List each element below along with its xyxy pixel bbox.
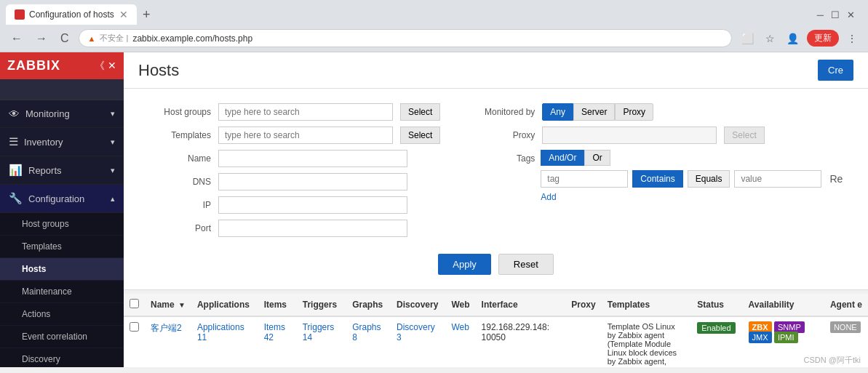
items-link[interactable]: Items 42 bbox=[264, 322, 285, 342]
screen-cast-btn[interactable]: ⬜ bbox=[738, 31, 757, 47]
filter-right: Monitored by Any Server Proxy Proxy Sele… bbox=[469, 103, 846, 243]
agent-none-badge: NONE bbox=[830, 321, 861, 333]
sidebar-item-monitoring[interactable]: 👁 Monitoring ▾ bbox=[0, 100, 124, 128]
monitored-by-row: Monitored by Any Server Proxy bbox=[469, 103, 846, 121]
new-tab-btn[interactable]: + bbox=[137, 7, 156, 23]
row-checkbox[interactable] bbox=[130, 322, 139, 332]
table-section: Name ▼ Applications Items Triggers Graph… bbox=[124, 294, 868, 367]
tag-andor-btn[interactable]: And/Or bbox=[541, 150, 584, 166]
create-button[interactable]: Cre bbox=[818, 60, 853, 81]
sidebar-item-maintenance[interactable]: Maintenance bbox=[0, 281, 124, 303]
watermark: CSDN @阿千tki bbox=[804, 355, 861, 366]
reset-btn[interactable]: Reset bbox=[498, 254, 554, 275]
main-header: Hosts Cre bbox=[124, 52, 868, 89]
tag-name-input[interactable] bbox=[541, 170, 628, 188]
sidebar-item-reports[interactable]: 📊 Reports ▾ bbox=[0, 156, 124, 185]
monitored-any-btn[interactable]: Any bbox=[542, 103, 573, 121]
browser-close[interactable]: ✕ bbox=[847, 9, 855, 20]
row-items: Items 42 bbox=[258, 316, 297, 367]
row-applications: Applications 11 bbox=[191, 316, 258, 367]
sidebar-item-inventory[interactable]: ☰ Inventory ▾ bbox=[0, 128, 124, 156]
zabbix-logo: ZABBIX bbox=[7, 58, 60, 73]
address-bar[interactable]: ▲ 不安全 | zabbix.example.com/hosts.php bbox=[79, 29, 732, 47]
menu-icon: ☰ bbox=[9, 135, 18, 148]
row-graphs: Graphs 8 bbox=[346, 316, 391, 367]
eye-icon: 👁 bbox=[9, 108, 20, 120]
tag-remove-btn[interactable]: Re bbox=[826, 172, 846, 186]
sidebar-search-input[interactable] bbox=[7, 84, 130, 95]
ip-input[interactable] bbox=[218, 196, 407, 214]
templates-input[interactable] bbox=[218, 127, 393, 144]
tag-equals-btn[interactable]: Equals bbox=[688, 170, 730, 188]
back-btn[interactable]: ← bbox=[7, 31, 26, 47]
host-name-link[interactable]: 客户端2 bbox=[151, 323, 182, 333]
col-agent-e: Agent e bbox=[824, 294, 868, 316]
web-link[interactable]: Web bbox=[451, 322, 469, 332]
templates-select-btn[interactable]: Select bbox=[400, 127, 440, 144]
discovery-link[interactable]: Discovery 3 bbox=[397, 322, 435, 342]
chevron-up-icon: ▴ bbox=[111, 194, 115, 204]
sidebar-item-hosts[interactable]: Hosts bbox=[0, 258, 124, 281]
sidebar-item-label: Inventory bbox=[24, 137, 63, 148]
row-discovery: Discovery 3 bbox=[391, 316, 445, 367]
tag-add-link[interactable]: Add bbox=[541, 192, 846, 202]
sidebar-item-discovery[interactable]: Discovery bbox=[0, 348, 124, 367]
main-content: Hosts Cre Host groups Select Templates bbox=[124, 52, 868, 367]
wrench-icon: 🔧 bbox=[9, 192, 23, 205]
ip-label: IP bbox=[146, 200, 211, 210]
proxy-input[interactable] bbox=[542, 127, 717, 144]
row-templates: Template OS Linux by Zabbix agent (Templ… bbox=[602, 316, 692, 367]
filter-left: Host groups Select Templates Select Name bbox=[146, 103, 440, 243]
templates-row: Templates Select bbox=[146, 127, 440, 144]
sidebar-item-templates[interactable]: Templates bbox=[0, 236, 124, 258]
update-btn[interactable]: 更新 bbox=[807, 30, 839, 47]
jmx-badge: JMX bbox=[749, 332, 772, 343]
status-badge[interactable]: Enabled bbox=[697, 322, 735, 334]
sort-arrow: ▼ bbox=[178, 301, 186, 309]
bookmark-btn[interactable]: ☆ bbox=[762, 31, 779, 47]
browser-minimize[interactable]: ─ bbox=[817, 9, 824, 20]
col-name[interactable]: Name ▼ bbox=[145, 294, 191, 316]
sidebar-item-actions[interactable]: Actions bbox=[0, 303, 124, 326]
app-container: ZABBIX 《 ✕ 🔍 👁 Monitoring ▾ ☰ Inventory … bbox=[0, 52, 868, 367]
row-name: 客户端2 bbox=[145, 316, 191, 367]
proxy-label: Proxy bbox=[469, 130, 535, 140]
sidebar-item-host-groups[interactable]: Host groups bbox=[0, 213, 124, 236]
select-all-checkbox[interactable] bbox=[130, 299, 139, 308]
col-proxy: Proxy bbox=[565, 294, 601, 316]
menu-btn[interactable]: ⋮ bbox=[843, 31, 861, 47]
dns-label: DNS bbox=[146, 177, 211, 187]
tag-contains-btn[interactable]: Contains bbox=[632, 170, 682, 188]
host-groups-input[interactable] bbox=[218, 103, 393, 121]
row-web: Web bbox=[445, 316, 475, 367]
host-groups-row: Host groups Select bbox=[146, 103, 440, 121]
refresh-btn[interactable]: C bbox=[57, 31, 73, 47]
proxy-select-btn[interactable]: Select bbox=[724, 127, 764, 144]
sidebar-collapse-btn[interactable]: 《 ✕ bbox=[95, 60, 116, 73]
row-interface: 192.168.229.148: 10050 bbox=[476, 316, 566, 367]
filter-section: Host groups Select Templates Select Name bbox=[124, 89, 868, 290]
active-tab[interactable]: Configuration of hosts ✕ bbox=[6, 4, 137, 25]
monitored-server-btn[interactable]: Server bbox=[573, 103, 615, 121]
dns-input[interactable] bbox=[218, 173, 407, 190]
triggers-link[interactable]: Triggers 14 bbox=[303, 322, 335, 342]
monitored-proxy-btn[interactable]: Proxy bbox=[615, 103, 653, 121]
host-groups-label: Host groups bbox=[146, 107, 211, 117]
host-groups-select-btn[interactable]: Select bbox=[400, 103, 440, 121]
select-all-header bbox=[124, 294, 145, 316]
forward-btn[interactable]: → bbox=[32, 31, 51, 47]
apply-btn[interactable]: Apply bbox=[438, 254, 491, 275]
graphs-link[interactable]: Graphs 8 bbox=[352, 322, 381, 342]
applications-link[interactable]: Applications 11 bbox=[197, 322, 244, 342]
sidebar-item-event-correlation[interactable]: Event correlation bbox=[0, 326, 124, 348]
sidebar-item-configuration[interactable]: 🔧 Configuration ▴ bbox=[0, 185, 124, 213]
browser-maximize[interactable]: ☐ bbox=[831, 9, 840, 20]
security-icon: ▲ bbox=[88, 34, 96, 43]
tag-or-btn[interactable]: Or bbox=[584, 150, 610, 166]
tab-close-btn[interactable]: ✕ bbox=[119, 9, 128, 20]
profile-btn[interactable]: 👤 bbox=[783, 31, 803, 47]
port-input[interactable] bbox=[218, 220, 407, 237]
name-input[interactable] bbox=[218, 150, 407, 167]
tag-value-input[interactable] bbox=[734, 170, 821, 188]
configuration-submenu: Host groups Templates Hosts Maintenance … bbox=[0, 213, 124, 367]
